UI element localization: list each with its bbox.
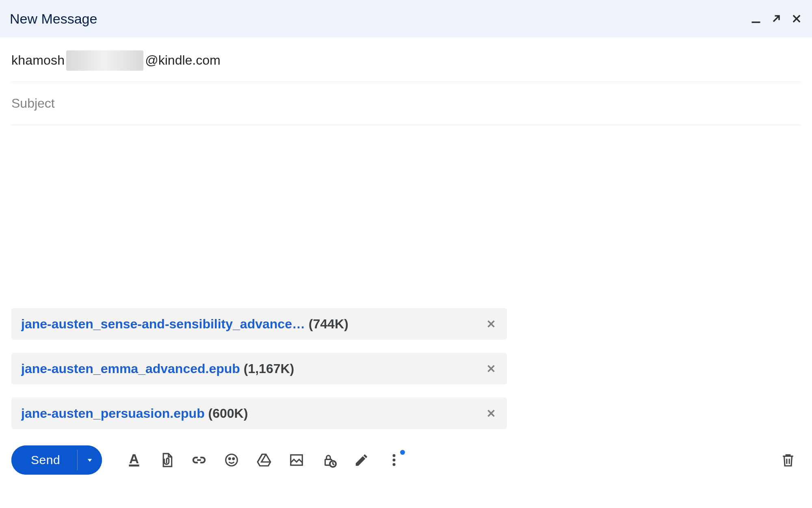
recipient-prefix: khamosh xyxy=(11,53,65,68)
header-actions xyxy=(750,13,802,24)
svg-point-3 xyxy=(229,458,230,460)
redacted-portion xyxy=(66,50,143,71)
attachment-size: (744K) xyxy=(309,317,349,331)
send-options-button[interactable] xyxy=(78,445,102,475)
remove-attachment-icon[interactable] xyxy=(485,318,497,330)
attachment-info: jane-austen_persuasion.epub (600K) xyxy=(21,406,485,421)
attachment-size: (600K) xyxy=(208,406,248,421)
subject-row xyxy=(11,82,801,125)
attach-file-icon[interactable] xyxy=(159,452,174,468)
attachment-filename: jane-austen_sense-and-sensibility_advanc… xyxy=(21,317,305,331)
svg-point-11 xyxy=(393,463,396,466)
attachments-list: jane-austen_sense-and-sensibility_advanc… xyxy=(11,308,801,429)
compose-toolbar: Send xyxy=(11,445,801,475)
message-body[interactable] xyxy=(11,125,801,308)
attachment-chip[interactable]: jane-austen_sense-and-sensibility_advanc… xyxy=(11,308,507,340)
more-options-icon[interactable] xyxy=(386,452,402,468)
insert-link-icon[interactable] xyxy=(191,452,207,468)
remove-attachment-icon[interactable] xyxy=(485,407,497,419)
formatting-icon[interactable] xyxy=(126,452,142,468)
notification-dot-icon xyxy=(400,450,405,455)
svg-point-9 xyxy=(393,454,396,457)
attachment-size: (1,167K) xyxy=(244,361,294,376)
compose-body: khamosh @kindle.com jane-austen_sense-an… xyxy=(0,39,812,475)
svg-rect-1 xyxy=(129,465,139,467)
attachment-info: jane-austen_emma_advanced.epub (1,167K) xyxy=(21,361,485,376)
svg-point-2 xyxy=(226,454,238,466)
minimize-icon[interactable] xyxy=(750,13,762,24)
signature-icon[interactable] xyxy=(354,452,369,468)
popout-icon[interactable] xyxy=(771,13,782,24)
svg-point-4 xyxy=(233,458,234,460)
send-group: Send xyxy=(11,445,102,475)
drive-icon[interactable] xyxy=(256,452,272,468)
attachment-chip[interactable]: jane-austen_persuasion.epub (600K) xyxy=(11,397,507,429)
subject-input[interactable] xyxy=(11,96,801,111)
attachment-chip[interactable]: jane-austen_emma_advanced.epub (1,167K) xyxy=(11,353,507,384)
attachment-filename: jane-austen_emma_advanced.epub xyxy=(21,361,240,376)
insert-image-icon[interactable] xyxy=(289,452,304,468)
svg-point-10 xyxy=(393,459,396,462)
recipients-row[interactable]: khamosh @kindle.com xyxy=(11,39,801,82)
compose-header: New Message xyxy=(0,0,812,37)
attachment-info: jane-austen_sense-and-sensibility_advanc… xyxy=(21,317,485,332)
close-icon[interactable] xyxy=(791,13,802,24)
confidential-mode-icon[interactable] xyxy=(321,452,337,468)
attachment-filename: jane-austen_persuasion.epub xyxy=(21,406,205,421)
recipient-suffix: @kindle.com xyxy=(145,53,220,68)
svg-rect-0 xyxy=(752,22,760,23)
emoji-icon[interactable] xyxy=(224,452,239,468)
toolbar-left: Send xyxy=(11,445,402,475)
send-button[interactable]: Send xyxy=(11,445,77,475)
remove-attachment-icon[interactable] xyxy=(485,363,497,375)
toolbar-right xyxy=(780,452,801,468)
compose-title: New Message xyxy=(10,11,97,27)
discard-draft-icon[interactable] xyxy=(780,452,796,468)
